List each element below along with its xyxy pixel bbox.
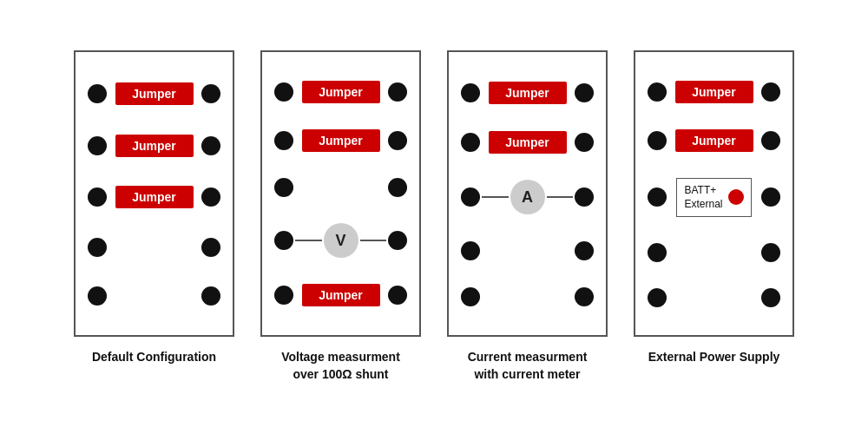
dot [575, 287, 594, 306]
dot [461, 133, 480, 152]
dot [88, 187, 107, 207]
jumper-label: Jumper [302, 284, 380, 306]
row-3: BATT+External [648, 178, 780, 218]
dot [575, 187, 594, 207]
row-5 [461, 287, 594, 306]
caption-external: External Power Supply [648, 349, 780, 366]
board-external: Jumper Jumper BATT+External [634, 50, 794, 337]
dot [761, 243, 780, 262]
dot [274, 82, 293, 102]
dot [648, 131, 667, 150]
config-default: Jumper Jumper Jumper [74, 50, 234, 366]
dot-red [728, 189, 744, 205]
voltmeter-symbol: V [324, 223, 358, 258]
row-5 [648, 288, 780, 307]
dot [388, 286, 407, 305]
dot [388, 131, 407, 150]
row-4 [648, 243, 780, 262]
dot [761, 82, 780, 102]
dot [274, 231, 293, 250]
dot [388, 82, 407, 102]
dot [274, 178, 293, 197]
dot [761, 288, 780, 307]
dot [575, 241, 594, 260]
row-2: Jumper [461, 131, 594, 154]
dot [88, 84, 107, 103]
caption-voltage: Voltage measurment over 100Ω shunt [269, 349, 412, 383]
row-3 [274, 178, 407, 197]
board-voltage: Jumper Jumper V Jumpe [260, 50, 421, 337]
main-container: Jumper Jumper Jumper [74, 50, 794, 383]
dot [761, 131, 780, 150]
dot [461, 241, 480, 260]
dot [388, 231, 407, 250]
jumper-label: Jumper [675, 81, 753, 103]
config-current: Jumper Jumper A [447, 50, 608, 383]
config-voltage: Jumper Jumper V Jumpe [260, 50, 421, 383]
batt-external-box: BATT+External [676, 178, 751, 218]
row-1: Jumper [461, 82, 594, 104]
dot [201, 238, 220, 257]
config-external: Jumper Jumper BATT+External [634, 50, 794, 366]
jumper-label: Jumper [489, 82, 567, 104]
dash-left [482, 196, 509, 198]
dash-right [360, 240, 387, 241]
dot [461, 83, 480, 102]
ammeter-symbol: A [510, 180, 545, 214]
row-1: Jumper [88, 82, 220, 105]
dot [201, 286, 220, 306]
batt-text: BATT+External [684, 183, 722, 213]
jumper-label: Jumper [115, 135, 194, 157]
dot [461, 287, 480, 306]
caption-current: Current measurment with current meter [456, 349, 599, 383]
dot [88, 238, 107, 257]
dot [388, 178, 407, 197]
row-5: Jumper [274, 284, 407, 306]
row-5 [88, 286, 220, 306]
jumper-label: Jumper [675, 129, 753, 152]
row-2: Jumper [648, 129, 780, 152]
jumper-label: Jumper [115, 82, 194, 105]
jumper-label: Jumper [302, 81, 380, 103]
dot [201, 187, 220, 207]
dot [575, 83, 594, 102]
dot [648, 187, 667, 207]
row-3: Jumper [88, 186, 220, 208]
dot [201, 136, 220, 155]
row-2: Jumper [88, 135, 220, 157]
dot [274, 286, 293, 305]
dot [648, 243, 667, 262]
dot [575, 133, 594, 152]
dot [88, 136, 107, 155]
row-4 [88, 238, 220, 257]
jumper-label: Jumper [302, 129, 380, 152]
row-4 [461, 241, 594, 260]
row-meter: A [461, 180, 594, 214]
dot [761, 187, 780, 207]
caption-default: Default Configuration [92, 349, 216, 366]
dot [88, 286, 107, 306]
jumper-label: Jumper [115, 186, 194, 208]
dot [648, 82, 667, 102]
row-1: Jumper [648, 81, 780, 103]
dot [461, 187, 480, 207]
dash-left [295, 240, 322, 241]
jumper-label: Jumper [489, 131, 567, 154]
row-meter: V [274, 223, 407, 258]
dot [648, 288, 667, 307]
row-2: Jumper [274, 129, 407, 152]
board-current: Jumper Jumper A [447, 50, 608, 337]
dash-right [547, 196, 574, 198]
row-1: Jumper [274, 81, 407, 103]
board-default: Jumper Jumper Jumper [74, 50, 234, 337]
dot [274, 131, 293, 150]
dot [201, 84, 220, 103]
